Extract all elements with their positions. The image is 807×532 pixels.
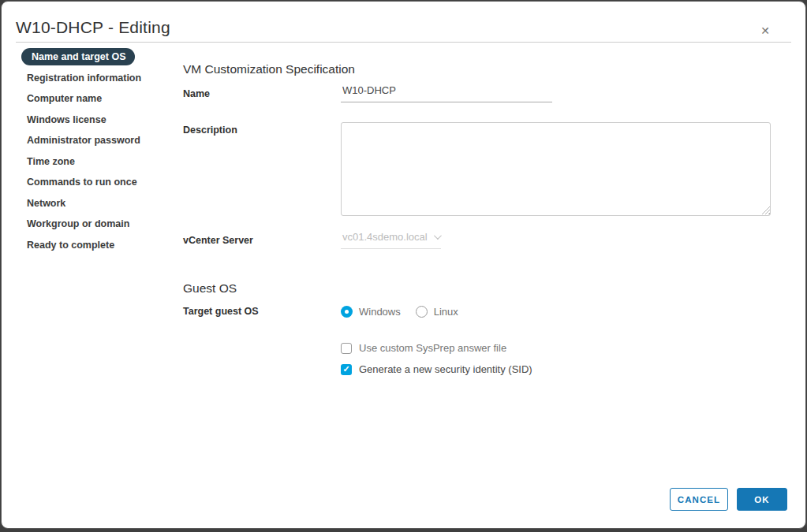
checkbox-sysprep-label[interactable]: Use custom SysPrep answer file xyxy=(359,342,506,354)
description-field-label: Description xyxy=(183,125,237,136)
checkbox-generate-sid[interactable]: ✓ xyxy=(341,364,352,375)
vm-spec-section-heading: VM Customization Specification xyxy=(183,62,355,76)
nav-item-label: Ready to complete xyxy=(27,240,114,251)
nav-item-label: Administrator password xyxy=(27,135,140,146)
radio-option-windows[interactable]: Windows xyxy=(341,306,401,318)
target-guest-os-field-label: Target guest OS xyxy=(183,306,259,317)
nav-item-registration-information[interactable]: Registration information xyxy=(16,68,174,89)
dialog-title: W10-DHCP - Editing xyxy=(16,18,170,37)
guest-os-section-heading: Guest OS xyxy=(183,281,237,296)
nav-item-label: Windows license xyxy=(27,114,106,125)
nav-item-computer-name[interactable]: Computer name xyxy=(16,88,174,110)
nav-item-ready-to-complete[interactable]: Ready to complete xyxy=(16,235,174,256)
dialog-footer: CANCEL OK xyxy=(670,488,787,511)
radio-linux[interactable] xyxy=(416,306,428,318)
nav-item-label: Network xyxy=(27,198,65,209)
checkbox-row-generate-sid[interactable]: ✓ Generate a new security identity (SID) xyxy=(341,363,532,375)
nav-item-workgroup-or-domain[interactable]: Workgroup or domain xyxy=(16,214,174,235)
nav-item-label: Name and target OS xyxy=(21,48,135,65)
chevron-down-icon xyxy=(434,232,442,240)
name-field-label: Name xyxy=(183,88,210,99)
wizard-step-nav: Name and target OS Registration informat… xyxy=(16,47,174,255)
nav-item-windows-license[interactable]: Windows license xyxy=(16,110,174,131)
title-divider xyxy=(16,42,791,43)
nav-item-label: Registration information xyxy=(27,73,141,84)
radio-option-linux[interactable]: Linux xyxy=(416,306,458,318)
checkbox-row-sysprep[interactable]: Use custom SysPrep answer file xyxy=(341,342,506,354)
radio-windows[interactable] xyxy=(341,306,353,318)
nav-item-time-zone[interactable]: Time zone xyxy=(16,151,174,173)
vcenter-server-select: vc01.4sdemo.local xyxy=(341,231,441,249)
checkbox-sysprep[interactable] xyxy=(341,343,352,354)
nav-item-label: Commands to run once xyxy=(27,177,137,188)
checkbox-generate-sid-label[interactable]: Generate a new security identity (SID) xyxy=(359,363,532,375)
nav-item-label: Computer name xyxy=(27,93,102,104)
close-icon[interactable]: ✕ xyxy=(757,23,773,39)
target-guest-os-radio-group: Windows Linux xyxy=(341,306,458,318)
radio-windows-label[interactable]: Windows xyxy=(359,306,401,318)
nav-item-administrator-password[interactable]: Administrator password xyxy=(16,130,174,151)
nav-item-commands-to-run-once[interactable]: Commands to run once xyxy=(16,172,174,193)
nav-item-network[interactable]: Network xyxy=(16,193,174,214)
nav-item-label: Time zone xyxy=(27,156,75,167)
ok-button[interactable]: OK xyxy=(737,488,787,511)
radio-linux-label[interactable]: Linux xyxy=(434,306,458,318)
cancel-button[interactable]: CANCEL xyxy=(670,488,728,511)
edit-spec-dialog: W10-DHCP - Editing ✕ Name and target OS … xyxy=(1,1,806,529)
nav-item-name-and-target-os[interactable]: Name and target OS xyxy=(16,47,174,68)
nav-item-label: Workgroup or domain xyxy=(27,218,129,229)
vcenter-server-value: vc01.4sdemo.local xyxy=(342,231,428,243)
vcenter-server-field-label: vCenter Server xyxy=(183,235,253,246)
name-input[interactable] xyxy=(341,83,552,102)
description-textarea[interactable] xyxy=(341,122,771,216)
